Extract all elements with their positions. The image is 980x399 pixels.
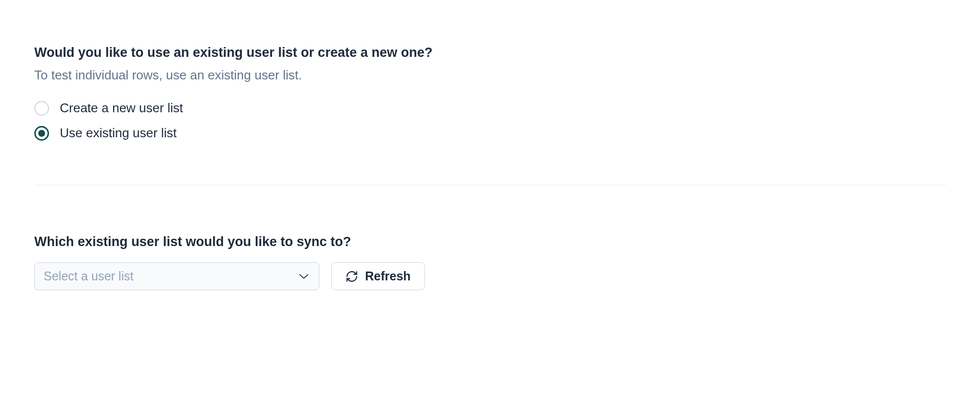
refresh-icon — [345, 270, 358, 283]
chevron-down-icon — [298, 271, 309, 282]
section-divider — [34, 185, 946, 185]
radio-label: Use existing user list — [60, 125, 176, 141]
refresh-button[interactable]: Refresh — [331, 262, 425, 290]
radio-icon — [34, 126, 49, 141]
user-list-radio-group: Create a new user list Use existing user… — [34, 100, 946, 141]
select-placeholder: Select a user list — [44, 269, 133, 283]
radio-use-existing-user-list[interactable]: Use existing user list — [34, 125, 946, 141]
radio-label: Create a new user list — [60, 100, 183, 116]
existing-user-list-section: Which existing user list would you like … — [34, 234, 946, 290]
section-heading: Would you like to use an existing user l… — [34, 44, 946, 61]
radio-icon — [34, 101, 49, 116]
user-list-choice-section: Would you like to use an existing user l… — [34, 44, 946, 141]
section-heading: Which existing user list would you like … — [34, 234, 946, 249]
user-list-select[interactable]: Select a user list — [34, 262, 319, 290]
refresh-button-label: Refresh — [365, 269, 411, 283]
radio-create-new-user-list[interactable]: Create a new user list — [34, 100, 946, 116]
section-subheading: To test individual rows, use an existing… — [34, 66, 946, 84]
select-row: Select a user list Refresh — [34, 262, 946, 290]
